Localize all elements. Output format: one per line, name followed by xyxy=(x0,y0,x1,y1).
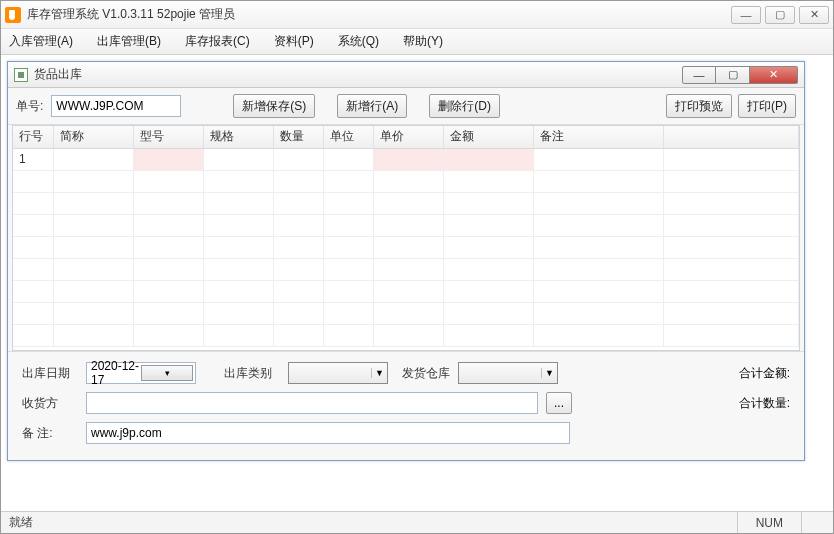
out-date-label: 出库日期 xyxy=(22,365,78,382)
print-preview-button[interactable]: 打印预览 xyxy=(666,94,732,118)
child-titlebar: 货品出库 — ▢ ✕ xyxy=(8,62,804,88)
table-row[interactable] xyxy=(13,214,799,236)
receiver-input[interactable] xyxy=(86,392,538,414)
remark-label: 备 注: xyxy=(22,425,78,442)
delete-row-button[interactable]: 删除行(D) xyxy=(429,94,500,118)
table-row[interactable] xyxy=(13,236,799,258)
menu-data[interactable]: 资料(P) xyxy=(274,33,314,50)
doc-no-label: 单号: xyxy=(16,98,43,115)
cell-name[interactable] xyxy=(53,148,133,170)
child-window-title: 货品出库 xyxy=(34,66,682,83)
status-grip xyxy=(801,512,825,533)
child-window-icon xyxy=(14,68,28,82)
main-titlebar: 库存管理系统 V1.0.3.11 52pojie 管理员 — ▢ ✕ xyxy=(1,1,833,29)
print-button[interactable]: 打印(P) xyxy=(738,94,796,118)
chevron-down-icon: ▼ xyxy=(541,368,557,378)
receiver-lookup-button[interactable]: ... xyxy=(546,392,572,414)
status-ready: 就绪 xyxy=(9,514,737,531)
main-window-title: 库存管理系统 V1.0.3.11 52pojie 管理员 xyxy=(27,6,731,23)
statusbar: 就绪 NUM xyxy=(1,511,833,533)
calendar-icon[interactable]: ▾ xyxy=(141,365,193,381)
table-row[interactable] xyxy=(13,170,799,192)
out-date-picker[interactable]: 2020-12-17 ▾ xyxy=(86,362,196,384)
ship-wh-label: 发货仓库 xyxy=(402,365,450,382)
table-row[interactable] xyxy=(13,280,799,302)
main-window: 库存管理系统 V1.0.3.11 52pojie 管理员 — ▢ ✕ 入库管理(… xyxy=(0,0,834,534)
col-name[interactable]: 简称 xyxy=(53,126,133,148)
main-window-controls: — ▢ ✕ xyxy=(731,6,829,24)
minimize-button[interactable]: — xyxy=(731,6,761,24)
data-grid[interactable]: 行号 简称 型号 规格 数量 单位 单价 金额 备注 xyxy=(12,125,800,351)
status-num: NUM xyxy=(737,512,801,533)
col-remark[interactable]: 备注 xyxy=(533,126,663,148)
table-row[interactable] xyxy=(13,192,799,214)
table-row[interactable] xyxy=(13,302,799,324)
child-minimize-button[interactable]: — xyxy=(682,66,716,84)
grid-header-row: 行号 简称 型号 规格 数量 单位 单价 金额 备注 xyxy=(13,126,799,148)
col-qty[interactable]: 数量 xyxy=(273,126,323,148)
cell-remark[interactable] xyxy=(533,148,663,170)
menu-system[interactable]: 系统(Q) xyxy=(338,33,379,50)
new-row-button[interactable]: 新增行(A) xyxy=(337,94,407,118)
client-area: 货品出库 — ▢ ✕ 单号: 新增保存(S) 新增行(A) 删除行(D) 打印预… xyxy=(1,55,833,511)
remark-input[interactable] xyxy=(86,422,570,444)
totals: 合计金额: xyxy=(739,365,790,382)
cell-amount[interactable] xyxy=(443,148,533,170)
new-save-button[interactable]: 新增保存(S) xyxy=(233,94,315,118)
menu-help[interactable]: 帮助(Y) xyxy=(403,33,443,50)
toolbar: 单号: 新增保存(S) 新增行(A) 删除行(D) 打印预览 打印(P) xyxy=(8,88,804,125)
col-model[interactable]: 型号 xyxy=(133,126,203,148)
table-row[interactable] xyxy=(13,324,799,346)
menu-report[interactable]: 库存报表(C) xyxy=(185,33,250,50)
cell-end[interactable] xyxy=(663,148,799,170)
cell-row-no[interactable]: 1 xyxy=(13,148,53,170)
menu-outbound[interactable]: 出库管理(B) xyxy=(97,33,161,50)
cell-spec[interactable] xyxy=(203,148,273,170)
cell-qty[interactable] xyxy=(273,148,323,170)
chevron-down-icon: ▼ xyxy=(371,368,387,378)
doc-no-input[interactable] xyxy=(51,95,181,117)
col-end[interactable] xyxy=(663,126,799,148)
total-qty-label: 合计数量: xyxy=(739,395,790,412)
out-type-combo[interactable]: ▼ xyxy=(288,362,388,384)
child-window-controls: — ▢ ✕ xyxy=(682,66,798,84)
child-window: 货品出库 — ▢ ✕ 单号: 新增保存(S) 新增行(A) 删除行(D) 打印预… xyxy=(7,61,805,461)
child-close-button[interactable]: ✕ xyxy=(750,66,798,84)
receiver-label: 收货方 xyxy=(22,395,78,412)
table-row[interactable] xyxy=(13,258,799,280)
cell-model[interactable] xyxy=(133,148,203,170)
form-area: 出库日期 2020-12-17 ▾ 出库类别 ▼ 发货仓库 ▼ xyxy=(8,351,804,460)
cell-price[interactable] xyxy=(373,148,443,170)
close-button[interactable]: ✕ xyxy=(799,6,829,24)
ship-wh-combo[interactable]: ▼ xyxy=(458,362,558,384)
total-amount-label: 合计金额: xyxy=(739,365,790,382)
out-type-label: 出库类别 xyxy=(224,365,280,382)
menu-inbound[interactable]: 入库管理(A) xyxy=(9,33,73,50)
menubar: 入库管理(A) 出库管理(B) 库存报表(C) 资料(P) 系统(Q) 帮助(Y… xyxy=(1,29,833,55)
col-unit[interactable]: 单位 xyxy=(323,126,373,148)
maximize-button[interactable]: ▢ xyxy=(765,6,795,24)
cell-unit[interactable] xyxy=(323,148,373,170)
totals: 合计数量: xyxy=(739,395,790,412)
child-maximize-button[interactable]: ▢ xyxy=(716,66,750,84)
out-date-value: 2020-12-17 xyxy=(91,359,141,387)
table-row[interactable]: 1 xyxy=(13,148,799,170)
col-spec[interactable]: 规格 xyxy=(203,126,273,148)
app-icon xyxy=(5,7,21,23)
col-amount[interactable]: 金额 xyxy=(443,126,533,148)
col-row-no[interactable]: 行号 xyxy=(13,126,53,148)
col-price[interactable]: 单价 xyxy=(373,126,443,148)
